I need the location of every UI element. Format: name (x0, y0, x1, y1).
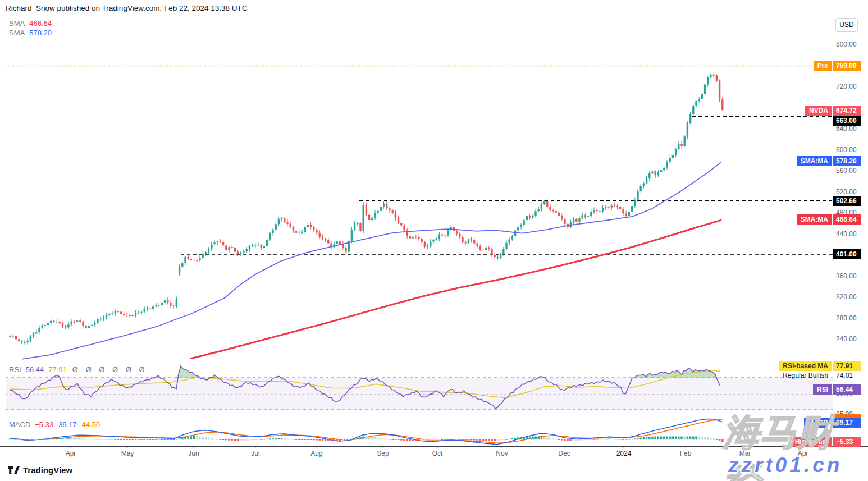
time-axis-label: Mar (739, 450, 751, 457)
sma200-legend: SMA466.64 (9, 19, 52, 28)
macd-legend: MACD−5.3339.1744.50 (9, 420, 100, 429)
price-axis-label: 360.00 (836, 272, 867, 280)
level-502-tag: 502.66 (833, 196, 861, 206)
price-axis-label: 800.00 (836, 40, 867, 48)
time-axis-label: Oct (432, 450, 443, 457)
price-axis-label: 720.00 (836, 83, 867, 90)
rsi-tag: 56.44 (833, 384, 861, 395)
time-axis-label: Dec (558, 450, 570, 457)
time-axis-label: Sep (377, 450, 389, 457)
time-axis-label: Apr (798, 450, 808, 457)
time-axis-label: May (121, 450, 134, 457)
time-axis-label: Nov (496, 450, 508, 457)
macd-line (10, 419, 722, 444)
level-663-tag: 663.00 (833, 116, 861, 126)
sma200-tag: 466.64 (833, 214, 861, 225)
rsi-value: 56.44 (26, 365, 44, 374)
price-axis-label: 600.00 (836, 146, 867, 154)
time-axis-label: Jun (188, 450, 199, 457)
price-axis-label: 640.00 (836, 125, 867, 132)
premarket-tag: 759.00 (833, 61, 861, 71)
time-axis-ticks (71, 447, 803, 448)
sma-200-line (191, 220, 721, 358)
premarket-tag-label: Pre (814, 61, 832, 71)
tradingview-logo-icon (8, 466, 20, 474)
rsi-ma-tag-label: RSI-based MA (779, 361, 832, 371)
price-axis-label: 560.00 (836, 167, 867, 175)
sma-label: SMA (9, 19, 25, 28)
currency-unit-button[interactable]: USD (835, 18, 858, 32)
rsi-ma-value: 77.91 (48, 365, 67, 374)
sma50-tag-label: SMA:MA (797, 156, 832, 166)
rsi-divergence-tag: 74.01 (833, 370, 861, 381)
rsi-ma-tag: 77.91 (833, 361, 861, 371)
macd-histogram-value: −5.33 (35, 420, 53, 429)
price-axis-label: 320.00 (836, 293, 867, 301)
macd-tag-label: MACD (804, 418, 832, 428)
rsi-empty-inputs: Ø Ø Ø Ø Ø Ø (72, 365, 148, 374)
tradingview-logo[interactable]: TradingView (8, 465, 72, 475)
sma-label: SMA (9, 29, 25, 37)
sma200-tag-label: SMA:MA (797, 214, 832, 225)
sma50-tag: 578.20 (833, 156, 861, 166)
time-axis-label: Jul (251, 450, 259, 457)
macd-histogram-tag: −5.33 (833, 437, 861, 447)
macd-label: MACD (9, 420, 30, 429)
time-axis-label: Feb (680, 450, 692, 457)
macd-tag: 39.17 (833, 418, 861, 428)
nvda-last-price-tag: 674.72 (833, 106, 861, 116)
price-axis-label: 440.00 (836, 230, 867, 238)
macd-histogram-tag-label: Histogram (791, 437, 832, 447)
rsi-label: RSI (9, 365, 21, 374)
chart-canvas (0, 0, 868, 481)
rsi-legend: RSI56.4477.91Ø Ø Ø Ø Ø Ø (9, 365, 148, 374)
tradingview-logo-text: TradingView (23, 465, 72, 475)
time-axis-label: Apr (66, 450, 76, 457)
sma50-value: 578.20 (29, 29, 52, 37)
tradingview-chart-page: Richard_Snow published on TradingView.co… (0, 0, 868, 481)
rsi-divergence-tag-label: Regular Bullish (779, 370, 832, 381)
time-axis-label: Aug (310, 450, 322, 457)
rsi-tag-label: RSI (813, 384, 832, 395)
publish-header: Richard_Snow published on TradingView.co… (6, 4, 248, 12)
sma-50-line (22, 162, 721, 359)
nvda-last-price-tag-label: NVDA (805, 106, 832, 116)
time-axis-label: 2024 (616, 450, 632, 457)
level-401-tag: 401.00 (833, 249, 861, 259)
sma200-value: 466.64 (29, 19, 52, 28)
candlestick-series (9, 72, 723, 345)
price-axis-label: 520.00 (836, 188, 867, 196)
macd-line-value: 39.17 (58, 420, 77, 429)
sma50-legend: SMA578.20 (9, 29, 52, 37)
price-axis-label: 240.00 (836, 335, 867, 343)
macd-signal-value: 44.50 (82, 420, 100, 429)
price-axis-label: 280.00 (836, 314, 867, 322)
price-level-lines (6, 66, 833, 254)
